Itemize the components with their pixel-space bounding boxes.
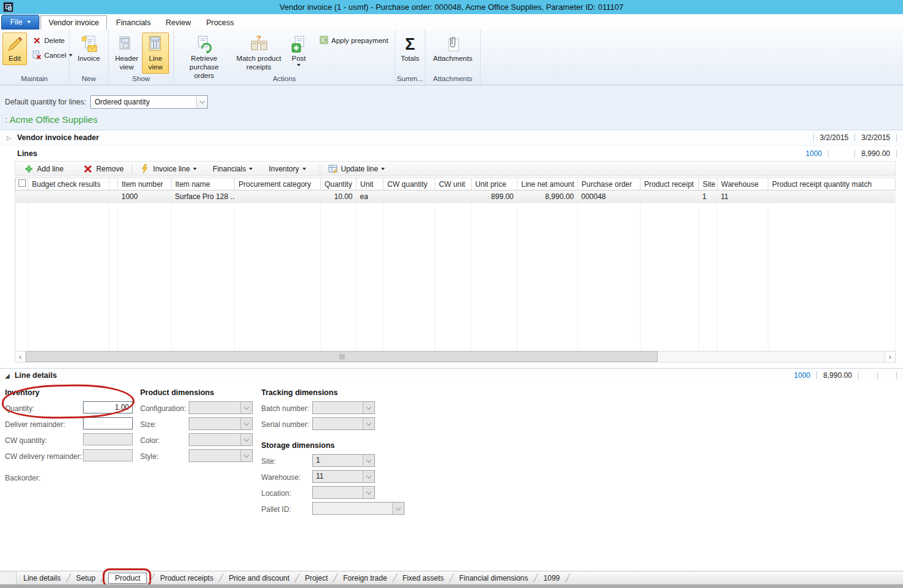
col-unit-price[interactable]: Unit price (471, 178, 518, 190)
totals-button[interactable]: Totals (398, 33, 422, 65)
warehouse-select[interactable]: 11 (312, 470, 375, 483)
cell-unit-price[interactable]: 899.00 (471, 190, 518, 203)
site-label: Site: (261, 457, 276, 466)
horizontal-scrollbar[interactable] (15, 351, 896, 363)
location-select[interactable] (312, 486, 375, 499)
col-budget-check-results[interactable]: Budget check results (28, 178, 109, 190)
tab-fixed-assets[interactable]: Fixed assets (400, 573, 446, 583)
new-invoice-icon (79, 34, 99, 54)
update-line-menu-button[interactable]: Update line (323, 163, 390, 175)
lines-summary-item[interactable]: 1000 (806, 149, 822, 158)
financials-menu-button[interactable]: Financials (208, 163, 258, 174)
cw-quantity-input (83, 433, 133, 445)
match-product-receipts-button[interactable]: ? Match product receipts (232, 33, 286, 74)
invoice-line-row[interactable]: 1000 Surface Pro 128 ... 10.00 ea 899.00… (16, 190, 896, 203)
col-warehouse[interactable]: Warehouse (717, 178, 768, 190)
col-procurement-category[interactable]: Procurement category (235, 178, 321, 190)
col-purchase-order[interactable]: Purchase order (578, 178, 641, 190)
line-details-band: Line details 1000 8,990.00 (0, 368, 903, 382)
col-line-net-amount[interactable]: Line net amount (518, 178, 578, 190)
delete-button[interactable]: Delete (30, 34, 75, 47)
cell-item-name[interactable]: Surface Pro 128 ... (172, 190, 235, 203)
cell-item-number[interactable]: 1000 (118, 190, 172, 203)
tab-setup[interactable]: Setup (74, 573, 98, 583)
ribbon-group-actions: Retrieve purchase orders ? Match product… (174, 29, 395, 85)
scroll-left-arrow-icon[interactable] (15, 351, 26, 362)
cell-site[interactable]: 1 (699, 190, 717, 203)
chevron-down-icon[interactable] (196, 96, 207, 108)
tab-line-details[interactable]: Line details (21, 573, 63, 583)
default-quantity-select[interactable]: Ordered quantity (90, 95, 208, 109)
post-button[interactable]: Post (286, 33, 312, 68)
col-unit[interactable]: Unit (357, 178, 384, 190)
grid-empty-area (16, 203, 896, 351)
edit-button[interactable]: Edit (2, 33, 27, 65)
scroll-right-arrow-icon[interactable] (885, 351, 895, 362)
cancel-button[interactable]: Cancel (30, 49, 75, 61)
match-receipts-icon: ? (249, 34, 269, 54)
serial-number-label: Serial number: (261, 420, 309, 429)
cell-line-net-amount[interactable]: 8,990.00 (518, 190, 578, 203)
tab-financial-dimensions[interactable]: Financial dimensions (457, 573, 530, 583)
header-view-button[interactable]: Header view (111, 33, 142, 74)
update-line-icon (328, 164, 338, 174)
cell-warehouse[interactable]: 11 (717, 190, 768, 203)
col-site[interactable]: Site (699, 178, 717, 190)
options-band: Default quantity for lines: Ordered quan… (0, 85, 903, 130)
col-product-receipt[interactable]: Product receipt (641, 178, 699, 190)
cell-unit[interactable]: ea (357, 190, 384, 203)
retrieve-document-icon (194, 34, 214, 54)
chevron-down-icon[interactable] (363, 487, 374, 498)
chevron-down-icon[interactable] (363, 455, 374, 466)
add-line-button[interactable]: Add line (19, 163, 68, 175)
tab-product-receipts[interactable]: Product receipts (157, 573, 216, 583)
inventory-group-title: Inventory (5, 388, 39, 397)
invoice-line-menu-button[interactable]: Invoice line (135, 163, 202, 175)
col-cw-unit[interactable]: CW unit (435, 178, 471, 190)
site-select[interactable]: 1 (312, 454, 375, 467)
tab-process[interactable]: Process (203, 15, 237, 29)
attachments-button[interactable]: Attachments (431, 33, 475, 65)
deliver-remainder-input[interactable] (83, 417, 133, 429)
ribbon-empty-space (481, 29, 903, 85)
chevron-down-icon (363, 402, 374, 414)
line-view-button[interactable]: Line view (142, 33, 169, 74)
collapse-arrow-icon[interactable] (5, 371, 10, 380)
cancel-document-icon (32, 50, 42, 60)
quantity-label: Quantity: (5, 404, 34, 413)
chevron-down-icon (240, 434, 252, 445)
cell-purchase-order[interactable]: 000048 (578, 190, 641, 203)
file-menu-button[interactable]: File (1, 15, 39, 29)
tab-vendor-invoice[interactable]: Vendor invoice (41, 15, 107, 29)
col-quantity[interactable]: Quantity (321, 178, 357, 190)
remove-button[interactable]: Remove (78, 163, 128, 175)
tab-price-and-discount[interactable]: Price and discount (226, 573, 292, 583)
tab-review[interactable]: Review (163, 15, 194, 29)
inventory-menu-button[interactable]: Inventory (264, 163, 310, 174)
tab-financials[interactable]: Financials (113, 15, 154, 29)
apply-prepayment-button[interactable]: Apply prepayment (317, 34, 391, 47)
chevron-down-icon[interactable] (363, 471, 374, 482)
tab-1099[interactable]: 1099 (541, 573, 562, 583)
tab-product[interactable]: Product (108, 573, 147, 584)
scrollbar-thumb[interactable] (26, 351, 658, 362)
tab-strip-corner (0, 571, 17, 584)
line-details-summary-item[interactable]: 1000 (794, 371, 811, 380)
storage-dimensions-group-title: Storage dimensions (261, 441, 334, 450)
col-cw-quantity[interactable]: CW quantity (384, 178, 435, 190)
lines-grid: Budget check results Item number Item na… (15, 178, 896, 352)
col-item-number[interactable]: Item number (118, 178, 172, 190)
col-product-receipt-quantity-match[interactable]: Product receipt quantity match (768, 178, 896, 190)
pallet-id-select (312, 502, 404, 515)
tab-foreign-trade[interactable]: Foreign trade (341, 573, 389, 583)
tab-project[interactable]: Project (302, 573, 330, 583)
select-all-checkbox[interactable] (18, 179, 26, 187)
sigma-icon (400, 34, 420, 54)
expand-arrow-icon[interactable] (7, 133, 12, 142)
col-item-name[interactable]: Item name (172, 178, 235, 190)
quantity-input[interactable]: 1.00 (83, 401, 133, 414)
invoice-button[interactable]: Invoice (75, 33, 102, 65)
cell-quantity[interactable]: 10.00 (321, 190, 357, 203)
ribbon-group-attachments: Attachments Attachments (425, 29, 481, 85)
cell-procurement-category[interactable] (235, 190, 321, 203)
